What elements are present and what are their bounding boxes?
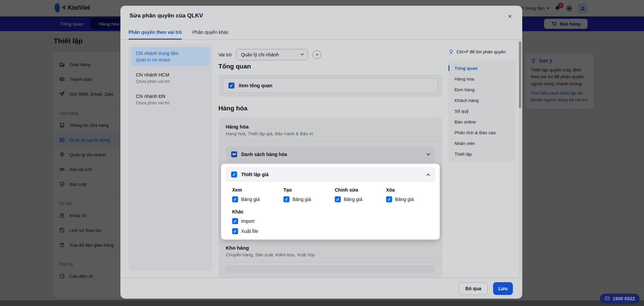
anchor-tong-quan[interactable]: Tổng quan xyxy=(448,63,516,73)
modal-title: Sửa phân quyền của QLKV xyxy=(129,12,203,19)
branch-role: Quản trị chi nhánh xyxy=(136,58,205,62)
card-subtitle: Hàng hóa, Thiết lập giá, Bảo hành & Bảo … xyxy=(226,131,435,136)
column-header-chinh-sua: Chỉnh sửa xyxy=(335,187,386,193)
card-subtitle-kho-hang: Chuyển hàng, Sản xuất, Kiểm kho, Xuất hủ… xyxy=(226,252,435,257)
chevron-down-icon xyxy=(426,152,430,155)
permission-label: Import xyxy=(241,218,255,224)
permission-label: Bảng giá xyxy=(241,197,260,202)
permission-label: Bảng giá xyxy=(344,197,362,202)
card-title-kho-hang: Kho hàng xyxy=(226,245,435,251)
modal-scrollbar-thumb[interactable] xyxy=(519,41,521,108)
permission-label: Xem tổng quan xyxy=(238,83,272,88)
permission-chinh-sua-bang-gia: Bảng giá xyxy=(335,196,386,202)
lightbulb-icon xyxy=(448,49,454,54)
close-icon[interactable]: ✕ xyxy=(505,12,514,21)
tab-phan-quyen-theo-vai-tro[interactable]: Phân quyền theo vai trò xyxy=(128,30,182,40)
role-label: Vai trò xyxy=(218,52,231,57)
branch-item-hcm[interactable]: Chi nhánh HCM Chưa phân vai trò xyxy=(131,69,210,88)
permission-tao-bang-gia: Bảng giá xyxy=(283,196,335,202)
role-select[interactable]: Quản lý chi nhánh xyxy=(236,49,308,60)
anchor-khach-hang[interactable]: Khách hàng xyxy=(448,95,516,106)
anchor-nav-panel: Ctrl+F để tìm phân quyền Tổng quan Hàng … xyxy=(448,49,516,162)
permission-group-danh-sach-hang-hoa[interactable]: Danh sách hàng hóa xyxy=(226,147,435,162)
anchor-phan-tich-bao-cao[interactable]: Phân tích & Báo cáo xyxy=(448,127,516,138)
chevron-down-icon xyxy=(301,53,304,55)
branch-name: Chi nhánh HCM xyxy=(136,72,205,78)
anchor-so-quy[interactable]: Sổ quỹ xyxy=(448,106,516,116)
checkbox-checked[interactable] xyxy=(232,196,238,202)
checkbox-indeterminate[interactable] xyxy=(231,151,237,157)
divider xyxy=(218,262,442,262)
permission-label: Xuất file xyxy=(241,228,258,234)
checkbox-checked[interactable] xyxy=(231,171,237,177)
anchor-don-hang[interactable]: Đơn hàng xyxy=(448,84,516,95)
search-hint: Ctrl+F để tìm phân quyền xyxy=(448,49,516,54)
anchor-nhan-vien[interactable]: Nhân viên xyxy=(448,138,516,149)
anchor-thiet-lap[interactable]: Thiết lập xyxy=(448,149,516,159)
permission-group-label: Danh sách hàng hóa xyxy=(241,152,287,157)
branch-item-dn[interactable]: Chi nhánh ĐN Chưa phân vai trò xyxy=(131,90,210,109)
section-heading-hang-hoa: Hàng hóa xyxy=(218,105,248,112)
support-hotline-button[interactable]: 1900 6522 xyxy=(600,294,640,304)
role-select-value: Quản lý chi nhánh xyxy=(241,52,279,57)
branch-name: Chi nhánh trung tâm xyxy=(136,51,205,56)
search-hint-text: Ctrl+F để tìm phân quyền xyxy=(457,49,506,54)
branch-role: Chưa phân vai trò xyxy=(136,79,205,84)
cancel-button[interactable]: Bỏ qua xyxy=(459,282,487,295)
branch-item-trung-tam[interactable]: Chi nhánh trung tâm Quản trị chi nhánh xyxy=(131,47,210,66)
chat-icon xyxy=(604,296,610,302)
permission-columns: Xem Tạo Chỉnh sửa Xóa Bảng giá Bảng giá xyxy=(232,187,435,202)
checkbox-checked[interactable] xyxy=(335,196,341,202)
modal-footer: Bỏ qua Lưu xyxy=(120,278,522,299)
anchor-nav: Tổng quan Hàng hóa Đơn hàng Khách hàng S… xyxy=(448,60,516,162)
checkbox-checked[interactable] xyxy=(283,196,289,202)
card-title: Hàng hóa xyxy=(226,124,435,130)
permission-xem-bang-gia: Bảng giá xyxy=(232,196,283,202)
role-clear-button[interactable]: ✕ xyxy=(313,50,321,59)
divider xyxy=(218,141,442,141)
save-button[interactable]: Lưu xyxy=(493,282,513,295)
permission-label: Bảng giá xyxy=(395,197,414,202)
column-header-xoa: Xóa xyxy=(386,187,435,193)
chevron-up-icon xyxy=(426,173,430,177)
checkbox-checked[interactable] xyxy=(228,83,234,89)
permissions-main: Vai trò Quản lý chi nhánh ✕ Tổng quan Xe… xyxy=(218,6,442,278)
price-setting-spotlight: Thiết lập giá Xem Tạo Chỉnh sửa Xóa Bảng… xyxy=(221,164,440,240)
column-header-khac: Khác xyxy=(232,209,435,214)
permission-xuat-file: Xuất file xyxy=(232,228,435,234)
permission-group-label: Thiết lập giá xyxy=(241,172,269,177)
checkbox-checked[interactable] xyxy=(232,228,238,234)
anchor-hang-hoa[interactable]: Hàng hóa xyxy=(448,73,516,84)
permission-label: Bảng giá xyxy=(292,197,311,202)
edit-permissions-modal: Sửa phân quyền của QLKV ✕ Phân quyền the… xyxy=(120,6,522,299)
permission-xoa-bang-gia: Bảng giá xyxy=(386,196,435,202)
checkbox-checked[interactable] xyxy=(232,218,238,224)
overview-card: Xem tổng quan xyxy=(218,74,442,97)
modal-tabs: Phân quyền theo vai trò Phân quyền khác xyxy=(128,30,229,40)
branch-name: Chi nhánh ĐN xyxy=(136,94,205,99)
branch-list: Chi nhánh trung tâm Quản trị chi nhánh C… xyxy=(128,44,212,271)
column-header-xem: Xem xyxy=(232,187,283,193)
section-heading-tong-quan: Tổng quan xyxy=(218,63,251,70)
products-card: Hàng hóa Hàng hóa, Thiết lập giá, Bảo hà… xyxy=(218,117,442,278)
checkbox-checked[interactable] xyxy=(386,196,392,202)
permission-import: Import xyxy=(232,218,435,224)
column-header-tao: Tạo xyxy=(283,187,335,193)
permission-group-partial[interactable] xyxy=(226,265,435,273)
permission-row-xem-tong-quan: Xem tổng quan xyxy=(223,78,438,93)
permission-group-thiet-lap-gia[interactable]: Thiết lập giá xyxy=(226,167,435,182)
anchor-ban-online[interactable]: Bán online xyxy=(448,116,516,127)
branch-role: Chưa phân vai trò xyxy=(136,101,205,105)
support-phone: 1900 6522 xyxy=(613,296,635,301)
